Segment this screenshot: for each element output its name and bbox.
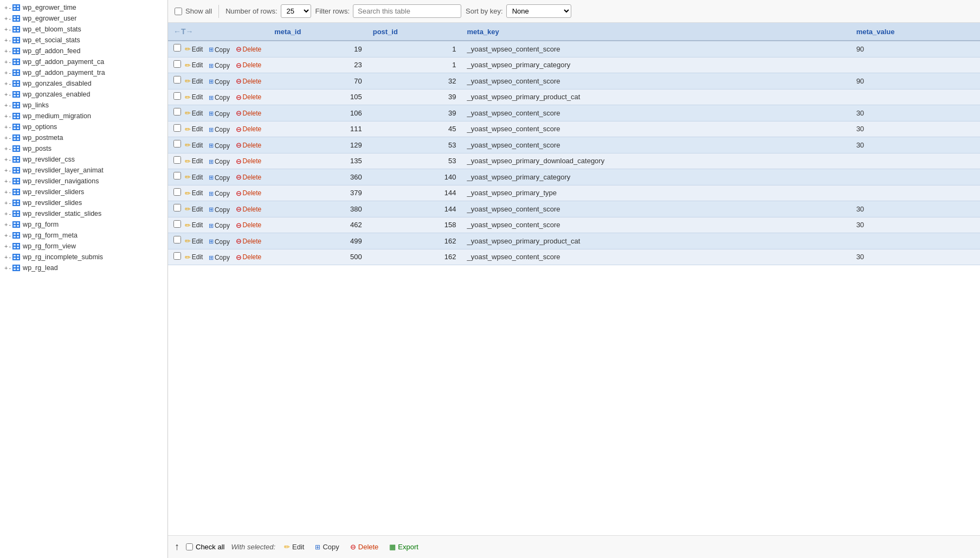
expand-icon[interactable]: +: [4, 80, 8, 87]
expand-icon[interactable]: +: [4, 124, 8, 130]
expand-icon[interactable]: +: [4, 200, 8, 206]
expand-icon[interactable]: +: [4, 221, 8, 228]
bottom-export-btn[interactable]: ▦ Export: [387, 542, 421, 552]
sidebar-item[interactable]: + - wp_rg_incomplete_submis: [0, 252, 167, 262]
sidebar-item[interactable]: + - wp_rg_form: [0, 219, 167, 230]
row-checkbox[interactable]: [173, 60, 181, 68]
sidebar-item[interactable]: + - wp_posts: [0, 143, 167, 154]
edit-btn[interactable]: ✏ Edit: [183, 204, 205, 214]
sidebar-item[interactable]: + - wp_gf_addon_feed: [0, 46, 167, 56]
bottom-copy-btn[interactable]: ⊞ Copy: [313, 542, 341, 552]
sidebar-item[interactable]: + - wp_gonzales_enabled: [0, 89, 167, 100]
row-checkbox[interactable]: [173, 220, 181, 228]
copy-btn[interactable]: ⊞ Copy: [207, 142, 231, 150]
row-checkbox[interactable]: [173, 236, 181, 243]
copy-btn[interactable]: ⊞ Copy: [207, 61, 231, 70]
delete-btn[interactable]: ⊖ Delete: [234, 125, 263, 134]
sidebar-item[interactable]: + - wp_revslider_navigations: [0, 176, 167, 187]
delete-btn[interactable]: ⊖ Delete: [234, 204, 263, 214]
edit-btn[interactable]: ✏ Edit: [183, 189, 205, 198]
copy-btn[interactable]: ⊞ Copy: [207, 206, 231, 214]
delete-btn[interactable]: ⊖ Delete: [234, 189, 263, 198]
expand-icon[interactable]: +: [4, 26, 8, 33]
sidebar-item[interactable]: + - wp_gf_addon_payment_ca: [0, 56, 167, 67]
expand-icon[interactable]: +: [4, 113, 8, 119]
sidebar-item[interactable]: + - wp_postmeta: [0, 132, 167, 143]
expand-icon[interactable]: +: [4, 178, 8, 184]
edit-btn[interactable]: ✏ Edit: [183, 93, 205, 102]
col-header-meta-value[interactable]: meta_value: [851, 23, 980, 41]
edit-btn[interactable]: ✏ Edit: [183, 61, 205, 70]
edit-btn[interactable]: ✏ Edit: [183, 108, 205, 118]
row-checkbox[interactable]: [173, 44, 181, 52]
expand-icon[interactable]: +: [4, 91, 8, 98]
edit-btn[interactable]: ✏ Edit: [183, 221, 205, 230]
delete-btn[interactable]: ⊖ Delete: [234, 44, 263, 54]
delete-btn[interactable]: ⊖ Delete: [234, 157, 263, 166]
row-checkbox[interactable]: [173, 188, 181, 196]
search-input[interactable]: [353, 4, 461, 18]
edit-btn[interactable]: ✏ Edit: [183, 140, 205, 150]
delete-btn[interactable]: ⊖ Delete: [234, 108, 263, 118]
sidebar-item[interactable]: + - wp_links: [0, 100, 167, 111]
row-checkbox[interactable]: [173, 172, 181, 179]
sidebar-item[interactable]: + - wp_rg_form_meta: [0, 230, 167, 241]
expand-icon[interactable]: +: [4, 156, 8, 163]
copy-btn[interactable]: ⊞ Copy: [207, 174, 231, 182]
expand-icon[interactable]: +: [4, 243, 8, 249]
edit-btn[interactable]: ✏ Edit: [183, 253, 205, 262]
expand-icon[interactable]: +: [4, 254, 8, 260]
row-checkbox[interactable]: [173, 108, 181, 116]
expand-icon[interactable]: +: [4, 37, 8, 43]
col-header-post-id[interactable]: post_id: [368, 23, 462, 41]
delete-btn[interactable]: ⊖ Delete: [234, 140, 263, 150]
sort-select[interactable]: None: [506, 4, 571, 18]
check-all-checkbox[interactable]: [186, 543, 193, 550]
check-all-group[interactable]: Check all: [186, 543, 224, 551]
edit-btn[interactable]: ✏ Edit: [183, 44, 205, 54]
sidebar-item[interactable]: + - wp_revslider_slides: [0, 197, 167, 208]
row-checkbox[interactable]: [173, 124, 181, 132]
sidebar-item[interactable]: + - wp_egrower_time: [0, 2, 167, 13]
expand-icon[interactable]: +: [4, 102, 8, 108]
expand-icon[interactable]: +: [4, 210, 8, 217]
delete-btn[interactable]: ⊖ Delete: [234, 76, 263, 86]
copy-btn[interactable]: ⊞ Copy: [207, 78, 231, 86]
edit-btn[interactable]: ✏ Edit: [183, 76, 205, 86]
copy-btn[interactable]: ⊞ Copy: [207, 93, 231, 102]
sidebar-item[interactable]: + - wp_rg_lead: [0, 262, 167, 273]
expand-icon[interactable]: +: [4, 48, 8, 54]
expand-icon[interactable]: +: [4, 69, 8, 76]
delete-btn[interactable]: ⊖ Delete: [234, 221, 263, 230]
sidebar-item[interactable]: + - wp_egrower_user: [0, 13, 167, 24]
copy-btn[interactable]: ⊞ Copy: [207, 110, 231, 118]
sidebar-item[interactable]: + - wp_revslider_css: [0, 154, 167, 165]
delete-btn[interactable]: ⊖ Delete: [234, 61, 263, 70]
show-all-checkbox[interactable]: [175, 8, 182, 15]
sidebar-item[interactable]: + - wp_revslider_static_slides: [0, 208, 167, 219]
expand-icon[interactable]: +: [4, 59, 8, 65]
expand-icon[interactable]: +: [4, 4, 8, 11]
resize-handle[interactable]: ←T→: [173, 27, 194, 36]
expand-icon[interactable]: +: [4, 232, 8, 239]
sidebar-item[interactable]: + - wp_revslider_layer_animat: [0, 165, 167, 176]
row-checkbox[interactable]: [173, 140, 181, 147]
edit-btn[interactable]: ✏ Edit: [183, 157, 205, 166]
delete-btn[interactable]: ⊖ Delete: [234, 236, 263, 246]
delete-btn[interactable]: ⊖ Delete: [234, 93, 263, 102]
sidebar-item[interactable]: + - wp_medium_migration: [0, 111, 167, 121]
sidebar-item[interactable]: + - wp_options: [0, 121, 167, 132]
sidebar-item[interactable]: + - wp_gonzales_disabled: [0, 78, 167, 89]
expand-icon[interactable]: +: [4, 189, 8, 195]
copy-btn[interactable]: ⊞ Copy: [207, 157, 231, 166]
sidebar-item[interactable]: + - wp_gf_addon_payment_tra: [0, 67, 167, 78]
expand-icon[interactable]: +: [4, 15, 8, 22]
copy-btn[interactable]: ⊞ Copy: [207, 221, 231, 230]
delete-btn[interactable]: ⊖ Delete: [234, 253, 263, 262]
expand-icon[interactable]: +: [4, 145, 8, 152]
row-checkbox[interactable]: [173, 252, 181, 260]
expand-icon[interactable]: +: [4, 167, 8, 174]
copy-btn[interactable]: ⊞ Copy: [207, 125, 231, 134]
bottom-edit-btn[interactable]: ✏ Edit: [282, 542, 306, 552]
copy-btn[interactable]: ⊞ Copy: [207, 189, 231, 198]
